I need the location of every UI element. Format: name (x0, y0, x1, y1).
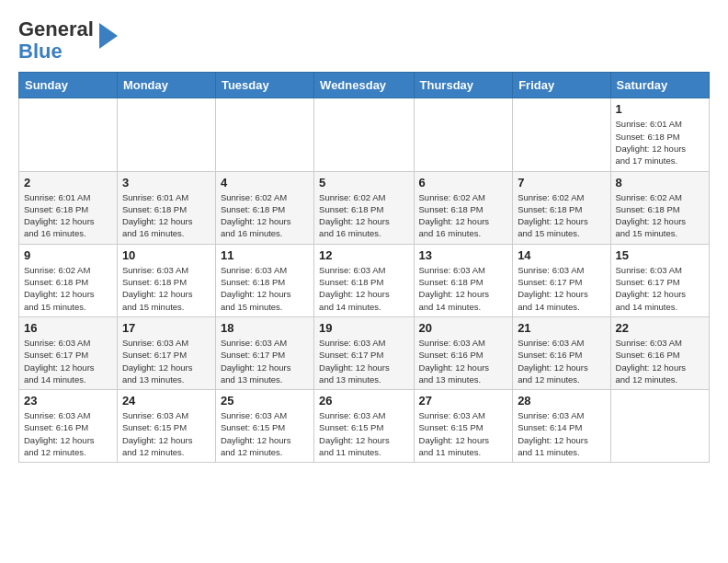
day-info: Sunrise: 6:02 AM Sunset: 6:18 PM Dayligh… (518, 191, 605, 240)
calendar-week-2: 2Sunrise: 6:01 AM Sunset: 6:18 PM Daylig… (19, 171, 710, 244)
calendar-cell: 11Sunrise: 6:03 AM Sunset: 6:18 PM Dayli… (215, 244, 313, 316)
day-info: Sunrise: 6:03 AM Sunset: 6:18 PM Dayligh… (122, 264, 210, 313)
day-number: 28 (518, 394, 605, 408)
calendar-cell: 21Sunrise: 6:03 AM Sunset: 6:16 PM Dayli… (513, 316, 610, 389)
day-number: 8 (616, 176, 704, 190)
day-info: Sunrise: 6:03 AM Sunset: 6:17 PM Dayligh… (518, 264, 605, 313)
calendar-cell: 12Sunrise: 6:03 AM Sunset: 6:18 PM Dayli… (314, 244, 414, 316)
calendar-cell (513, 98, 610, 171)
weekday-header-saturday: Saturday (610, 73, 709, 98)
calendar-cell (117, 98, 215, 171)
calendar-cell: 4Sunrise: 6:02 AM Sunset: 6:18 PM Daylig… (215, 171, 313, 244)
day-number: 5 (319, 176, 408, 190)
day-number: 23 (24, 394, 112, 408)
day-number: 25 (221, 394, 309, 408)
calendar-week-4: 16Sunrise: 6:03 AM Sunset: 6:17 PM Dayli… (19, 316, 710, 389)
day-info: Sunrise: 6:02 AM Sunset: 6:18 PM Dayligh… (616, 191, 704, 240)
day-number: 19 (319, 321, 408, 335)
day-number: 6 (419, 176, 508, 190)
day-info: Sunrise: 6:03 AM Sunset: 6:15 PM Dayligh… (122, 409, 210, 458)
day-number: 24 (122, 394, 210, 408)
day-number: 16 (24, 321, 112, 335)
day-info: Sunrise: 6:03 AM Sunset: 6:17 PM Dayligh… (122, 337, 210, 385)
day-info: Sunrise: 6:03 AM Sunset: 6:16 PM Dayligh… (518, 337, 605, 385)
day-info: Sunrise: 6:03 AM Sunset: 6:17 PM Dayligh… (319, 337, 408, 385)
day-number: 12 (319, 248, 408, 262)
day-number: 14 (518, 248, 605, 262)
calendar-cell (610, 390, 709, 463)
day-info: Sunrise: 6:03 AM Sunset: 6:16 PM Dayligh… (616, 337, 704, 385)
day-number: 17 (122, 321, 210, 335)
logo-arrow-icon (99, 23, 118, 49)
calendar-cell (414, 98, 513, 171)
day-info: Sunrise: 6:02 AM Sunset: 6:18 PM Dayligh… (221, 191, 309, 240)
logo-blue: Blue (18, 40, 63, 63)
day-number: 3 (122, 176, 210, 190)
calendar-cell: 5Sunrise: 6:02 AM Sunset: 6:18 PM Daylig… (314, 171, 414, 244)
day-number: 9 (24, 248, 112, 262)
calendar-cell: 9Sunrise: 6:02 AM Sunset: 6:18 PM Daylig… (19, 244, 118, 316)
calendar-week-1: 1Sunrise: 6:01 AM Sunset: 6:18 PM Daylig… (19, 98, 710, 171)
calendar-week-3: 9Sunrise: 6:02 AM Sunset: 6:18 PM Daylig… (19, 244, 710, 316)
day-info: Sunrise: 6:01 AM Sunset: 6:18 PM Dayligh… (24, 191, 112, 240)
day-number: 10 (122, 248, 210, 262)
calendar-cell: 20Sunrise: 6:03 AM Sunset: 6:16 PM Dayli… (414, 316, 513, 389)
calendar-body: 1Sunrise: 6:01 AM Sunset: 6:18 PM Daylig… (19, 98, 710, 463)
day-number: 22 (616, 321, 704, 335)
calendar-cell: 27Sunrise: 6:03 AM Sunset: 6:15 PM Dayli… (414, 390, 513, 463)
weekday-header-wednesday: Wednesday (314, 73, 414, 98)
day-info: Sunrise: 6:02 AM Sunset: 6:18 PM Dayligh… (419, 191, 508, 240)
day-number: 20 (419, 321, 508, 335)
weekday-header-sunday: Sunday (19, 73, 118, 98)
calendar-cell (19, 98, 118, 171)
day-info: Sunrise: 6:03 AM Sunset: 6:18 PM Dayligh… (221, 264, 309, 313)
calendar-cell: 26Sunrise: 6:03 AM Sunset: 6:15 PM Dayli… (314, 390, 414, 463)
calendar-cell: 16Sunrise: 6:03 AM Sunset: 6:17 PM Dayli… (19, 316, 118, 389)
day-info: Sunrise: 6:01 AM Sunset: 6:18 PM Dayligh… (616, 118, 704, 167)
day-info: Sunrise: 6:03 AM Sunset: 6:16 PM Dayligh… (24, 409, 112, 458)
calendar-table: SundayMondayTuesdayWednesdayThursdayFrid… (18, 72, 710, 463)
calendar-cell: 18Sunrise: 6:03 AM Sunset: 6:17 PM Dayli… (215, 316, 313, 389)
day-info: Sunrise: 6:03 AM Sunset: 6:15 PM Dayligh… (319, 409, 408, 458)
calendar-cell: 28Sunrise: 6:03 AM Sunset: 6:14 PM Dayli… (513, 390, 610, 463)
calendar-cell: 23Sunrise: 6:03 AM Sunset: 6:16 PM Dayli… (19, 390, 118, 463)
day-number: 13 (419, 248, 508, 262)
header: GeneralBlue (18, 18, 710, 63)
logo-text: GeneralBlue (18, 18, 94, 63)
calendar-cell: 25Sunrise: 6:03 AM Sunset: 6:15 PM Dayli… (215, 390, 313, 463)
calendar-cell: 13Sunrise: 6:03 AM Sunset: 6:18 PM Dayli… (414, 244, 513, 316)
day-number: 2 (24, 176, 112, 190)
day-number: 27 (419, 394, 508, 408)
calendar-cell: 19Sunrise: 6:03 AM Sunset: 6:17 PM Dayli… (314, 316, 414, 389)
calendar-cell: 2Sunrise: 6:01 AM Sunset: 6:18 PM Daylig… (19, 171, 118, 244)
calendar-cell (314, 98, 414, 171)
calendar-cell: 10Sunrise: 6:03 AM Sunset: 6:18 PM Dayli… (117, 244, 215, 316)
day-number: 4 (221, 176, 309, 190)
calendar-cell: 24Sunrise: 6:03 AM Sunset: 6:15 PM Dayli… (117, 390, 215, 463)
day-number: 11 (221, 248, 309, 262)
day-number: 18 (221, 321, 309, 335)
calendar-cell: 1Sunrise: 6:01 AM Sunset: 6:18 PM Daylig… (610, 98, 709, 171)
calendar-week-5: 23Sunrise: 6:03 AM Sunset: 6:16 PM Dayli… (19, 390, 710, 463)
day-info: Sunrise: 6:01 AM Sunset: 6:18 PM Dayligh… (122, 191, 210, 240)
calendar-cell: 17Sunrise: 6:03 AM Sunset: 6:17 PM Dayli… (117, 316, 215, 389)
day-info: Sunrise: 6:02 AM Sunset: 6:18 PM Dayligh… (319, 191, 408, 240)
calendar-cell: 14Sunrise: 6:03 AM Sunset: 6:17 PM Dayli… (513, 244, 610, 316)
day-info: Sunrise: 6:03 AM Sunset: 6:18 PM Dayligh… (419, 264, 508, 313)
calendar-cell: 22Sunrise: 6:03 AM Sunset: 6:16 PM Dayli… (610, 316, 709, 389)
day-number: 1 (616, 102, 704, 116)
calendar-cell (215, 98, 313, 171)
day-info: Sunrise: 6:03 AM Sunset: 6:18 PM Dayligh… (319, 264, 408, 313)
day-info: Sunrise: 6:03 AM Sunset: 6:15 PM Dayligh… (221, 409, 309, 458)
logo: GeneralBlue (18, 18, 118, 63)
day-info: Sunrise: 6:03 AM Sunset: 6:14 PM Dayligh… (518, 409, 605, 458)
day-number: 15 (616, 248, 704, 262)
weekday-header-monday: Monday (117, 73, 215, 98)
day-info: Sunrise: 6:03 AM Sunset: 6:15 PM Dayligh… (419, 409, 508, 458)
day-number: 21 (518, 321, 605, 335)
calendar-cell: 7Sunrise: 6:02 AM Sunset: 6:18 PM Daylig… (513, 171, 610, 244)
day-info: Sunrise: 6:03 AM Sunset: 6:16 PM Dayligh… (419, 337, 508, 385)
weekday-header-friday: Friday (513, 73, 610, 98)
day-info: Sunrise: 6:03 AM Sunset: 6:17 PM Dayligh… (616, 264, 704, 313)
weekday-header-row: SundayMondayTuesdayWednesdayThursdayFrid… (19, 73, 710, 98)
